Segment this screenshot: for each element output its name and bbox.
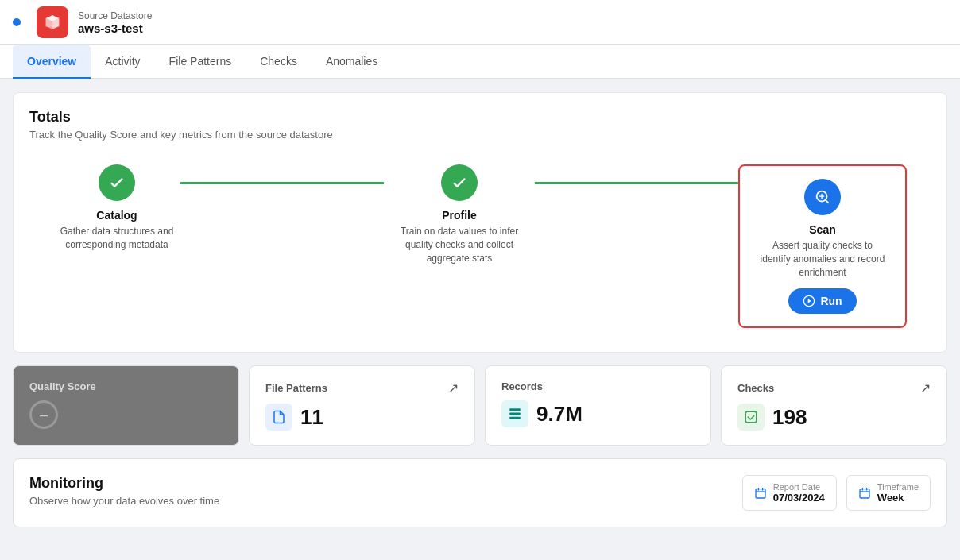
svg-rect-3 bbox=[509, 409, 521, 411]
timeframe-info: Timeframe Week bbox=[877, 482, 919, 504]
records-header: Records bbox=[501, 380, 695, 392]
quality-circle: – bbox=[29, 400, 58, 429]
ds-avatar bbox=[37, 6, 68, 38]
monitoring-info: Monitoring Observe how your data evolves… bbox=[29, 475, 219, 507]
checks-title: Checks bbox=[737, 382, 774, 394]
quality-value-row: – bbox=[29, 400, 223, 429]
totals-section: Totals Track the Quality Score and key m… bbox=[13, 92, 947, 353]
file-patterns-arrow-icon[interactable]: ↗ bbox=[448, 380, 459, 396]
catalog-desc: Gather data structures and corresponding… bbox=[53, 225, 180, 252]
timeframe-label: Timeframe bbox=[877, 482, 919, 492]
metric-checks: Checks ↗ 198 bbox=[721, 365, 947, 446]
pipeline: Catalog Gather data structures and corre… bbox=[29, 156, 931, 336]
records-value-row: 9.7M bbox=[501, 400, 695, 427]
timeframe-value: Week bbox=[877, 492, 919, 504]
calendar-icon bbox=[754, 487, 767, 500]
file-patterns-icon-box bbox=[265, 404, 292, 431]
file-patterns-value: 11 bbox=[300, 405, 323, 430]
timeframe-icon bbox=[858, 487, 871, 500]
svg-rect-7 bbox=[756, 489, 765, 498]
report-date-control[interactable]: Report Date 07/03/2024 bbox=[742, 475, 837, 511]
monitoring-header: Monitoring Observe how your data evolves… bbox=[29, 475, 931, 511]
catalog-icon bbox=[99, 164, 135, 201]
nav-dot bbox=[13, 18, 21, 26]
scan-icon bbox=[804, 179, 841, 215]
profile-desc: Train on data values to infer quality ch… bbox=[396, 225, 523, 265]
records-icon-box bbox=[501, 400, 528, 427]
tab-overview[interactable]: Overview bbox=[13, 45, 91, 79]
file-patterns-value-row: 11 bbox=[265, 404, 459, 431]
quality-header: Quality Score bbox=[29, 380, 223, 392]
metrics-row: Quality Score – File Patterns ↗ bbox=[13, 365, 947, 446]
checks-value-row: 198 bbox=[737, 404, 931, 431]
scan-desc: Assert quality checks to identify anomal… bbox=[759, 239, 886, 279]
connector-2 bbox=[535, 182, 738, 184]
monitoring-section: Monitoring Observe how your data evolves… bbox=[13, 458, 947, 527]
tab-file-patterns[interactable]: File Patterns bbox=[155, 45, 246, 79]
step-catalog: Catalog Gather data structures and corre… bbox=[53, 164, 180, 252]
checks-header: Checks ↗ bbox=[737, 380, 931, 396]
metric-records: Records 9.7M bbox=[485, 365, 711, 446]
monitoring-controls: Report Date 07/03/2024 Timeframe Week bbox=[742, 475, 931, 511]
main-content: Totals Track the Quality Score and key m… bbox=[0, 79, 960, 540]
datasource-info: Source Datastore aws-s3-test bbox=[78, 10, 152, 35]
step-scan-box: Scan Assert quality checks to identify a… bbox=[738, 164, 907, 328]
datasource-name: aws-s3-test bbox=[78, 21, 152, 35]
monitoring-subtitle: Observe how your data evolves over time bbox=[29, 495, 219, 507]
checks-arrow-icon[interactable]: ↗ bbox=[920, 380, 931, 396]
step-profile: Profile Train on data values to infer qu… bbox=[384, 164, 535, 265]
profile-label: Profile bbox=[442, 209, 477, 222]
svg-rect-5 bbox=[509, 417, 521, 419]
totals-title: Totals bbox=[29, 109, 931, 126]
tab-activity[interactable]: Activity bbox=[91, 45, 154, 79]
svg-rect-8 bbox=[860, 489, 869, 498]
records-title: Records bbox=[501, 380, 543, 392]
svg-rect-4 bbox=[509, 413, 521, 415]
timeframe-control[interactable]: Timeframe Week bbox=[846, 475, 931, 511]
connector-1 bbox=[180, 182, 384, 184]
top-bar: Source Datastore aws-s3-test bbox=[0, 0, 960, 45]
metric-file-patterns: File Patterns ↗ 11 bbox=[249, 365, 475, 446]
datasource-type: Source Datastore bbox=[78, 10, 152, 21]
report-date-value: 07/03/2024 bbox=[773, 492, 825, 504]
tab-anomalies[interactable]: Anomalies bbox=[312, 45, 392, 79]
run-button[interactable]: Run bbox=[788, 288, 856, 314]
checks-icon-box bbox=[737, 404, 765, 431]
profile-icon bbox=[441, 164, 478, 201]
scan-label: Scan bbox=[809, 223, 835, 236]
checks-value: 198 bbox=[772, 405, 807, 430]
file-patterns-header: File Patterns ↗ bbox=[265, 380, 459, 396]
file-patterns-title: File Patterns bbox=[265, 382, 327, 394]
monitoring-title: Monitoring bbox=[29, 475, 219, 492]
quality-title: Quality Score bbox=[29, 380, 96, 392]
tab-checks[interactable]: Checks bbox=[246, 45, 312, 79]
report-date-info: Report Date 07/03/2024 bbox=[773, 482, 825, 504]
totals-subtitle: Track the Quality Score and key metrics … bbox=[29, 129, 931, 141]
report-date-label: Report Date bbox=[773, 482, 825, 492]
svg-rect-6 bbox=[745, 412, 757, 423]
quality-value: – bbox=[40, 407, 48, 423]
tabs-bar: Overview Activity File Patterns Checks A… bbox=[0, 45, 960, 79]
records-value: 9.7M bbox=[536, 402, 583, 427]
metric-quality-score: Quality Score – bbox=[13, 365, 239, 446]
catalog-label: Catalog bbox=[96, 209, 137, 222]
